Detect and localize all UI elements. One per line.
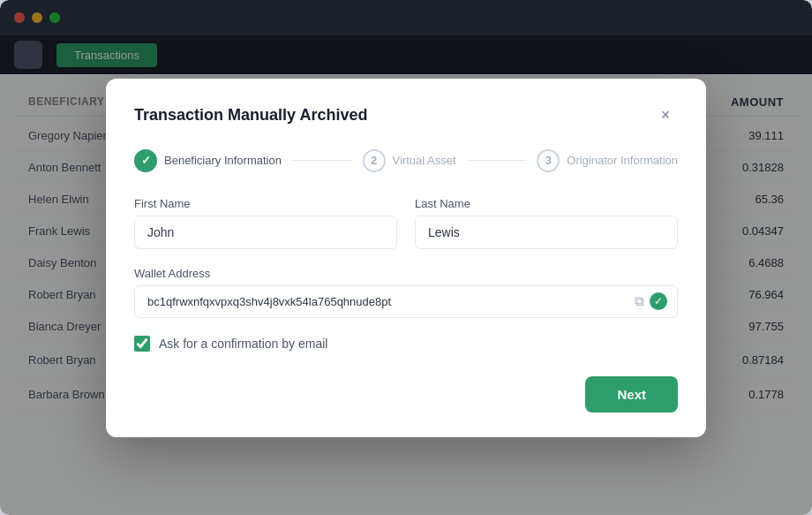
step-1: Beneficiary Information	[134, 149, 282, 172]
wallet-label: Wallet Address	[134, 267, 678, 280]
modal-overlay: Transaction Manually Archived × Benefici…	[0, 0, 812, 515]
confirmation-email-label[interactable]: Ask for a confirmation by email	[159, 337, 327, 351]
step-2-circle: 2	[363, 149, 386, 172]
modal-close-button[interactable]: ×	[653, 103, 678, 128]
valid-checkmark-icon: ✓	[650, 292, 667, 310]
step-connector-2	[467, 160, 527, 161]
name-form-row: First Name Last Name	[134, 197, 678, 249]
modal-footer: Next	[134, 376, 678, 413]
step-3: 3 Originator Information	[537, 149, 678, 172]
step-3-circle: 3	[537, 149, 560, 172]
wallet-action-icons: ⧉ ✓	[635, 292, 667, 310]
step-1-circle	[134, 149, 157, 172]
first-name-label: First Name	[134, 197, 397, 210]
steps-indicator: Beneficiary Information 2 Virtual Asset …	[134, 149, 678, 172]
next-button[interactable]: Next	[585, 376, 678, 413]
step-2-label: Virtual Asset	[393, 154, 456, 167]
modal-title: Transaction Manually Archived	[134, 106, 367, 125]
confirmation-checkbox-row: Ask for a confirmation by email	[134, 336, 678, 352]
step-2: 2 Virtual Asset	[363, 149, 456, 172]
last-name-input[interactable]	[415, 216, 678, 249]
step-3-label: Originator Information	[567, 154, 678, 167]
wallet-input-wrapper: ⧉ ✓	[134, 285, 678, 318]
first-name-group: First Name	[134, 197, 397, 249]
confirmation-email-checkbox[interactable]	[134, 336, 150, 352]
last-name-label: Last Name	[415, 197, 678, 210]
modal-header: Transaction Manually Archived ×	[134, 103, 678, 128]
step-connector-1	[292, 160, 352, 161]
wallet-group: Wallet Address ⧉ ✓	[134, 267, 678, 318]
modal: Transaction Manually Archived × Benefici…	[106, 79, 706, 437]
copy-icon[interactable]: ⧉	[635, 293, 644, 309]
step-1-label: Beneficiary Information	[164, 154, 282, 167]
wallet-input[interactable]	[134, 285, 678, 318]
last-name-group: Last Name	[415, 197, 678, 249]
first-name-input[interactable]	[134, 216, 397, 249]
